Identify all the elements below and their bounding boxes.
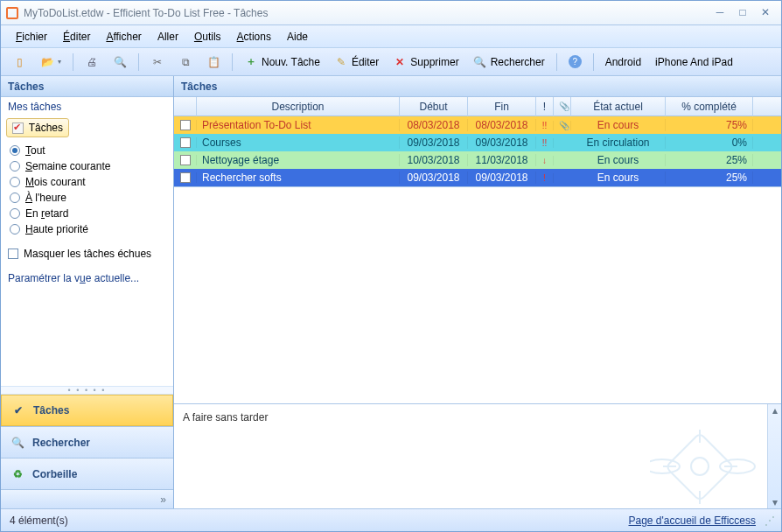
paste-button[interactable]: 📋 bbox=[200, 52, 227, 73]
col-checkbox[interactable] bbox=[174, 97, 197, 116]
filter-group: Tout Semaine courante Mois courant À l'h… bbox=[1, 139, 173, 242]
col-priority[interactable]: ! bbox=[536, 97, 554, 116]
nav-collapse[interactable]: » bbox=[1, 489, 173, 508]
status-bar: 4 élément(s) Page d'accueil de Efficcess… bbox=[1, 508, 781, 531]
nav-tasks[interactable]: ✔ Tâches bbox=[1, 395, 173, 426]
radio-icon bbox=[10, 145, 20, 156]
separator bbox=[73, 53, 73, 71]
row-checkbox[interactable] bbox=[180, 137, 191, 148]
cell-end: 09/03/2018 bbox=[468, 136, 536, 149]
cell-description: Nettoyage étage bbox=[197, 154, 400, 166]
cell-state: En cours bbox=[571, 119, 666, 131]
close-button[interactable]: ✕ bbox=[755, 5, 776, 21]
edit-button[interactable]: ✎Éditer bbox=[328, 52, 385, 73]
copy-button[interactable]: ⧉ bbox=[172, 52, 199, 73]
content-area: Tâches Description Début Fin ! 📎 État ac… bbox=[174, 76, 781, 508]
col-start[interactable]: Début bbox=[400, 97, 468, 116]
iphone-label: iPhone And iPad bbox=[655, 56, 733, 68]
my-tasks-link[interactable]: Mes tâches bbox=[1, 97, 173, 116]
cell-priority: !! bbox=[536, 121, 554, 130]
tasks-tab[interactable]: Tâches bbox=[6, 118, 69, 137]
open-button[interactable]: 📂▾ bbox=[34, 52, 67, 73]
table-row[interactable]: Nettoyage étage10/03/201811/03/2018↓En c… bbox=[174, 151, 781, 169]
print-button[interactable]: 🖨 bbox=[79, 52, 105, 73]
menu-file[interactable]: Fichier bbox=[10, 28, 53, 46]
sidebar-header: Tâches bbox=[1, 76, 173, 97]
content-body[interactable] bbox=[174, 187, 781, 403]
col-state[interactable]: État actuel bbox=[571, 97, 666, 116]
nav-search[interactable]: 🔍 Rechercher bbox=[1, 426, 173, 458]
main-area: Tâches Mes tâches Tâches Tout Semaine co… bbox=[1, 76, 781, 508]
copy-icon: ⧉ bbox=[178, 55, 192, 69]
search-label: Rechercher bbox=[491, 56, 545, 68]
search-icon: 🔍 bbox=[10, 435, 25, 451]
row-checkbox[interactable] bbox=[180, 120, 191, 130]
configure-view-link[interactable]: Paramétrer la vue actuelle... bbox=[1, 265, 173, 291]
col-attachment[interactable]: 📎 bbox=[554, 97, 571, 116]
filter-high[interactable]: Haute priorité bbox=[10, 221, 173, 237]
filter-late[interactable]: En retard bbox=[10, 206, 173, 221]
row-checkbox[interactable] bbox=[180, 172, 191, 183]
check-icon bbox=[12, 122, 24, 134]
col-end[interactable]: Fin bbox=[468, 97, 536, 116]
filter-week[interactable]: Semaine courante bbox=[10, 158, 173, 174]
resize-grip-icon[interactable]: ⋰ bbox=[765, 514, 772, 527]
delete-icon: ✕ bbox=[393, 55, 407, 69]
cell-end: 08/03/2018 bbox=[468, 119, 536, 131]
print-preview-button[interactable]: 🔍 bbox=[107, 52, 133, 73]
col-percent[interactable]: % complété bbox=[666, 97, 753, 116]
filter-all[interactable]: Tout bbox=[10, 143, 173, 158]
radio-icon bbox=[10, 192, 20, 203]
plus-icon: ＋ bbox=[244, 55, 258, 69]
nav-recycle[interactable]: ♻ Corbeille bbox=[1, 458, 173, 489]
row-checkbox[interactable] bbox=[180, 155, 191, 165]
radio-icon bbox=[10, 161, 20, 172]
table-row[interactable]: Rechercher softs09/03/201809/03/2018!En … bbox=[174, 169, 781, 186]
filter-ontime[interactable]: À l'heure bbox=[10, 190, 173, 206]
separator bbox=[556, 53, 557, 71]
new-file-button[interactable]: ▯ bbox=[6, 52, 32, 73]
hide-due-checkbox[interactable]: Masquer les tâches échues bbox=[1, 242, 173, 265]
cell-state: En circulation bbox=[571, 136, 666, 149]
col-description[interactable]: Description bbox=[197, 97, 400, 116]
maximize-button[interactable]: □ bbox=[732, 5, 753, 21]
edit-label: Éditer bbox=[352, 56, 379, 68]
minimize-button[interactable]: ─ bbox=[709, 5, 730, 21]
homepage-link[interactable]: Page d'accueil de Efficcess bbox=[629, 514, 757, 527]
new-task-button[interactable]: ＋Nouv. Tâche bbox=[238, 52, 326, 73]
cell-percent: 25% bbox=[666, 172, 753, 184]
nav-tasks-label: Tâches bbox=[33, 404, 69, 416]
cell-percent: 75% bbox=[666, 119, 753, 131]
delete-label: Supprimer bbox=[410, 56, 458, 68]
search-button[interactable]: 🔍Rechercher bbox=[467, 52, 551, 73]
cell-attachment: 📎 bbox=[554, 121, 571, 130]
splitter-handle[interactable]: • • • • • bbox=[1, 386, 173, 395]
help-button[interactable]: ? bbox=[562, 52, 588, 73]
menu-view[interactable]: Afficher bbox=[100, 28, 147, 46]
delete-button[interactable]: ✕Supprimer bbox=[387, 52, 464, 73]
menu-help[interactable]: Aide bbox=[281, 28, 314, 46]
table-row[interactable]: Courses09/03/201809/03/2018!!En circulat… bbox=[174, 134, 781, 151]
cut-button[interactable]: ✂ bbox=[144, 52, 171, 73]
menu-tools[interactable]: Outils bbox=[188, 28, 227, 46]
checkbox-icon bbox=[8, 248, 18, 259]
cell-description: Courses bbox=[197, 136, 400, 149]
app-icon bbox=[6, 7, 18, 19]
scroll-down-icon[interactable]: ▾ bbox=[772, 496, 778, 508]
cell-percent: 25% bbox=[666, 154, 753, 166]
android-button[interactable]: Android bbox=[599, 52, 647, 73]
table-row[interactable]: Présentation To-Do List08/03/201808/03/2… bbox=[174, 116, 781, 134]
filter-month[interactable]: Mois courant bbox=[10, 174, 173, 190]
menu-go[interactable]: Aller bbox=[151, 28, 185, 46]
android-label: Android bbox=[605, 56, 641, 68]
note-text[interactable]: A faire sans tarder bbox=[174, 404, 767, 508]
menu-edit[interactable]: Éditer bbox=[57, 28, 96, 46]
grid-header: Description Début Fin ! 📎 État actuel % … bbox=[174, 97, 781, 116]
scroll-up-icon[interactable]: ▴ bbox=[772, 404, 778, 416]
iphone-button[interactable]: iPhone And iPad bbox=[649, 52, 739, 73]
cell-description: Rechercher softs bbox=[197, 172, 400, 184]
hide-due-label: Masquer les tâches échues bbox=[24, 248, 151, 260]
menu-actions[interactable]: Actions bbox=[231, 28, 277, 46]
preview-icon: 🔍 bbox=[113, 55, 127, 69]
scrollbar[interactable]: ▴▾ bbox=[767, 404, 781, 508]
